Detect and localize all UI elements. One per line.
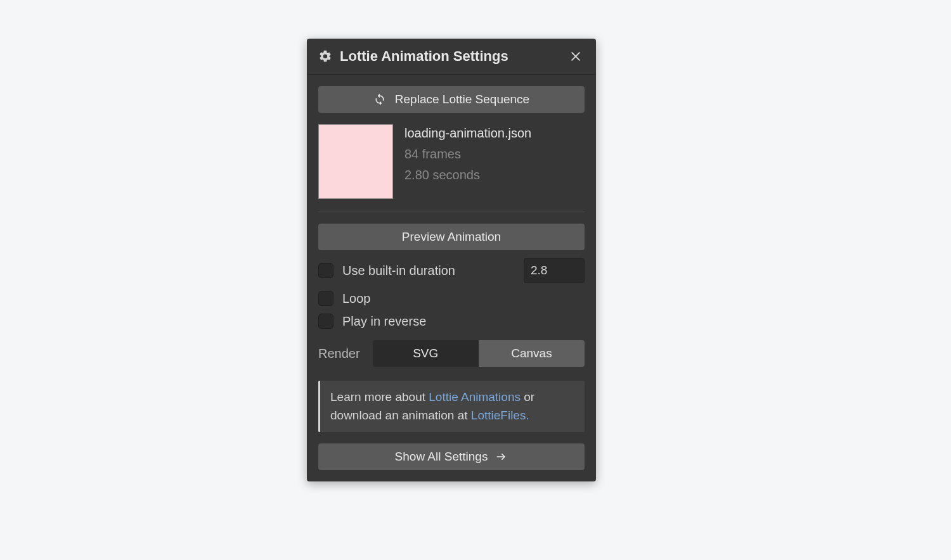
panel-header: Lottie Animation Settings bbox=[307, 39, 596, 75]
replace-sequence-label: Replace Lottie Sequence bbox=[395, 92, 529, 106]
lottiefiles-link[interactable]: LottieFiles. bbox=[471, 409, 529, 422]
duration-input[interactable] bbox=[524, 258, 585, 283]
file-meta: loading-animation.json 84 frames 2.80 se… bbox=[404, 124, 531, 199]
preview-button-label: Preview Animation bbox=[402, 230, 501, 244]
preview-button[interactable]: Preview Animation bbox=[318, 224, 585, 250]
replace-sequence-button[interactable]: Replace Lottie Sequence bbox=[318, 86, 585, 113]
lottie-settings-panel: Lottie Animation Settings Replace Lottie… bbox=[307, 39, 596, 481]
close-icon bbox=[569, 50, 582, 63]
reverse-checkbox[interactable] bbox=[318, 314, 333, 329]
file-frames: 84 frames bbox=[404, 145, 531, 163]
builtin-duration-label: Use built-in duration bbox=[342, 264, 455, 278]
file-name: loading-animation.json bbox=[404, 124, 531, 143]
file-thumbnail bbox=[318, 124, 393, 199]
loop-row: Loop bbox=[318, 291, 585, 306]
show-all-settings-label: Show All Settings bbox=[395, 450, 488, 464]
file-info-row: loading-animation.json 84 frames 2.80 se… bbox=[318, 124, 585, 212]
render-label: Render bbox=[318, 347, 360, 361]
lottie-animations-link[interactable]: Lottie Animations bbox=[429, 390, 521, 404]
callout-prefix: Learn more about bbox=[330, 390, 429, 404]
builtin-duration-checkbox[interactable] bbox=[318, 263, 333, 278]
render-row: Render SVG Canvas bbox=[318, 340, 585, 367]
loop-checkbox[interactable] bbox=[318, 291, 333, 306]
builtin-duration-row: Use built-in duration bbox=[318, 258, 585, 283]
show-all-settings-button[interactable]: Show All Settings bbox=[318, 443, 585, 470]
render-option-svg[interactable]: SVG bbox=[373, 340, 479, 367]
panel-body: Replace Lottie Sequence loading-animatio… bbox=[307, 75, 596, 481]
render-option-canvas[interactable]: Canvas bbox=[479, 340, 585, 367]
arrow-right-icon bbox=[495, 450, 508, 463]
reverse-row: Play in reverse bbox=[318, 314, 585, 329]
preview-section: Preview Animation Use built-in duration … bbox=[318, 224, 585, 470]
file-duration: 2.80 seconds bbox=[404, 166, 531, 184]
panel-title: Lottie Animation Settings bbox=[340, 48, 567, 65]
gear-icon bbox=[318, 49, 332, 63]
refresh-icon bbox=[373, 93, 386, 106]
info-callout: Learn more about Lottie Animations or do… bbox=[318, 381, 585, 432]
reverse-label: Play in reverse bbox=[342, 314, 426, 329]
close-button[interactable] bbox=[567, 48, 585, 65]
render-segmented-control: SVG Canvas bbox=[373, 340, 585, 367]
loop-label: Loop bbox=[342, 291, 371, 306]
